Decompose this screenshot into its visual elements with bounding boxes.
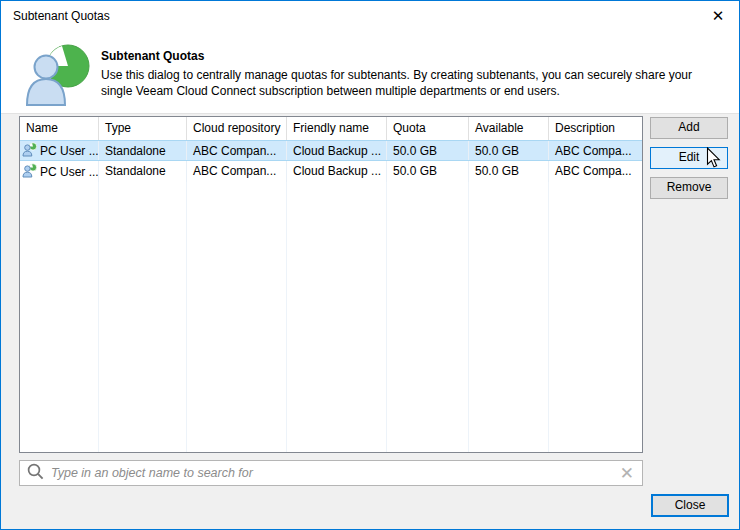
cell-type: Standalone bbox=[99, 161, 187, 182]
column-header-cloud-repository[interactable]: Cloud repository bbox=[187, 117, 287, 140]
cell-description: ABC Compa... bbox=[549, 161, 642, 182]
title-bar: Subtenant Quotas ✕ bbox=[1, 1, 739, 31]
banner-description: Use this dialog to centrally manage quot… bbox=[101, 67, 723, 99]
banner-heading: Subtenant Quotas bbox=[101, 49, 204, 63]
cell-cloud-repository: ABC Compan... bbox=[187, 161, 287, 182]
cell-description: ABC Compa... bbox=[549, 141, 642, 160]
table-header-row: Name Type Cloud repository Friendly name… bbox=[20, 117, 642, 140]
column-header-quota[interactable]: Quota bbox=[387, 117, 469, 140]
header-banner: Subtenant Quotas Use this dialog to cent… bbox=[1, 31, 739, 114]
remove-button[interactable]: Remove bbox=[650, 177, 728, 199]
close-icon[interactable]: ✕ bbox=[705, 4, 731, 28]
column-header-friendly-name[interactable]: Friendly name bbox=[287, 117, 387, 140]
column-header-description[interactable]: Description bbox=[549, 117, 642, 140]
column-header-name[interactable]: Name bbox=[20, 117, 99, 140]
search-clear-icon[interactable]: ✕ bbox=[620, 465, 634, 482]
add-button[interactable]: Add bbox=[650, 117, 728, 139]
cell-available: 50.0 GB bbox=[469, 161, 549, 182]
table-row[interactable]: PC User ... Standalone ABC Compan... Clo… bbox=[20, 161, 642, 182]
cell-name: PC User ... bbox=[40, 144, 99, 158]
column-header-type[interactable]: Type bbox=[99, 117, 187, 140]
close-button[interactable]: Close bbox=[651, 494, 729, 517]
cell-friendly-name: Cloud Backup ... bbox=[287, 141, 387, 160]
cell-quota: 50.0 GB bbox=[387, 141, 469, 160]
subtenants-table: Name Type Cloud repository Friendly name… bbox=[19, 116, 643, 453]
mouse-arrow-cursor bbox=[706, 147, 721, 172]
cell-quota: 50.0 GB bbox=[387, 161, 469, 182]
cell-name: PC User ... bbox=[40, 165, 99, 179]
search-box: ✕ bbox=[19, 460, 643, 486]
cell-cloud-repository: ABC Compan... bbox=[187, 141, 287, 160]
window-title: Subtenant Quotas bbox=[13, 9, 110, 23]
cell-type: Standalone bbox=[99, 141, 187, 160]
column-header-available[interactable]: Available bbox=[469, 117, 549, 140]
table-empty-area bbox=[20, 182, 642, 452]
cell-available: 50.0 GB bbox=[469, 141, 549, 160]
search-input[interactable] bbox=[51, 466, 620, 480]
subtenant-quota-person-pie-icon bbox=[22, 42, 94, 109]
subtenant-quotas-dialog: Subtenant Quotas ✕ Subtenant Quotas Use … bbox=[0, 0, 740, 530]
subtenant-user-icon bbox=[22, 142, 37, 160]
subtenant-user-icon bbox=[22, 163, 37, 181]
search-icon bbox=[27, 463, 44, 483]
cell-friendly-name: Cloud Backup ... bbox=[287, 161, 387, 182]
table-row[interactable]: PC User ... Standalone ABC Compan... Clo… bbox=[20, 140, 642, 161]
